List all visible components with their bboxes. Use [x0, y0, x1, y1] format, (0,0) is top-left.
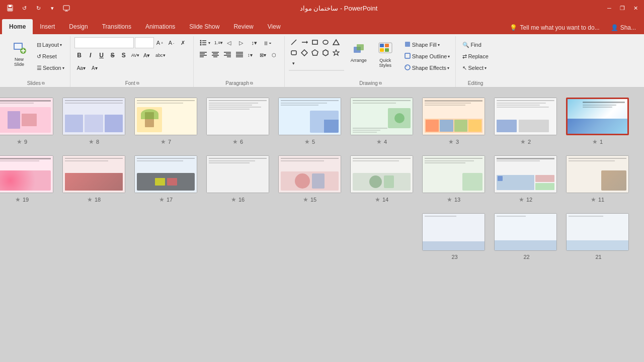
present-button[interactable] — [60, 3, 72, 14]
align-text-button[interactable]: ⊠▾ — [258, 49, 269, 60]
font-size-dropdown[interactable]: A▾ — [89, 62, 100, 73]
shape-pentagon-btn[interactable] — [310, 48, 320, 58]
slide-thumb-21[interactable] — [566, 213, 629, 251]
slide-item-3[interactable]: ★ 3 — [422, 98, 485, 145]
font-group-label[interactable]: Font ⧉ — [74, 79, 190, 87]
shape-rounded-rect-btn[interactable] — [289, 48, 299, 58]
slide-item-1[interactable]: ★ 1 — [566, 98, 629, 145]
slide-thumb-23[interactable] — [422, 213, 485, 251]
section-button[interactable]: ☰ Section ▾ — [34, 62, 67, 73]
slide-item-11[interactable]: ★ 11 — [566, 155, 629, 203]
slide-thumb-16[interactable] — [206, 155, 269, 193]
slide-thumb-17[interactable] — [134, 155, 197, 193]
tell-me-search[interactable]: 💡 Tell me what you want to do... — [505, 21, 605, 34]
shapes-more-btn[interactable]: ▾ — [289, 58, 299, 68]
columns-button[interactable]: ⫼▾ — [262, 37, 273, 48]
increase-indent-button[interactable]: ▷ — [237, 37, 249, 48]
minimize-button[interactable]: ─ — [605, 4, 614, 13]
slide-thumb-15[interactable] — [278, 155, 341, 193]
slide-item-8[interactable]: ★ 8 — [62, 98, 125, 145]
slide-thumb-2[interactable] — [494, 98, 557, 135]
slide-item-22[interactable]: 22 — [494, 213, 557, 260]
underline-button[interactable]: U — [97, 50, 107, 60]
align-center-button[interactable] — [210, 49, 221, 60]
share-button[interactable]: 👤 Sha... — [605, 21, 642, 34]
slide-thumb-22[interactable] — [494, 213, 557, 251]
align-right-button[interactable] — [222, 49, 233, 60]
shape-hexagon-btn[interactable] — [320, 48, 331, 58]
slide-item-12[interactable]: ★ 12 — [494, 155, 557, 203]
tab-review[interactable]: Review — [226, 19, 260, 34]
shape-star-btn[interactable] — [331, 48, 341, 58]
slide-thumb-8[interactable] — [62, 98, 125, 135]
slide-thumb-7[interactable] — [134, 98, 197, 135]
reset-button[interactable]: ↺ Reset — [34, 51, 67, 62]
text-shadow-button[interactable]: S — [119, 50, 129, 60]
slide-thumb-9[interactable] — [0, 98, 53, 135]
text-direction-button[interactable]: ↕▾ — [246, 49, 257, 60]
tab-home[interactable]: Home — [2, 19, 33, 34]
paragraph-group-label[interactable]: Paragraph ⧉ — [198, 79, 281, 87]
slide-thumb-12[interactable] — [494, 155, 557, 193]
slide-item-21[interactable]: 21 — [566, 213, 629, 260]
shape-arrow-btn[interactable] — [299, 37, 309, 47]
decrease-indent-button[interactable]: ◁ — [225, 37, 236, 48]
slide-item-7[interactable]: ★ 7 — [134, 98, 197, 145]
customize-quick-access-button[interactable]: ▾ — [46, 3, 58, 14]
slide-thumb-18[interactable] — [62, 155, 125, 193]
slide-item-19[interactable]: ★ 19 — [0, 155, 53, 203]
tab-insert[interactable]: Insert — [33, 19, 62, 34]
replace-button[interactable]: ⇄ Replace — [460, 51, 491, 62]
shape-rect-btn[interactable] — [310, 37, 320, 47]
slide-item-5[interactable]: ★ 5 — [278, 98, 341, 145]
slide-item-14[interactable]: ★ 14 — [350, 155, 413, 203]
shape-fill-button[interactable]: Shape Fill ▾ — [401, 39, 453, 50]
slide-thumb-1[interactable] — [566, 98, 629, 135]
editing-group-label[interactable]: Editing — [460, 79, 491, 87]
slide-item-16[interactable]: ★ 16 — [206, 155, 269, 203]
tab-animations[interactable]: Animations — [138, 19, 182, 34]
smartart-button[interactable]: ⬡ — [270, 49, 281, 60]
slide-thumb-6[interactable] — [206, 98, 269, 135]
bold-button[interactable]: B — [74, 50, 85, 60]
tab-design[interactable]: Design — [62, 19, 95, 34]
change-case-button[interactable]: Aa▾ — [74, 62, 88, 73]
font-family-input[interactable] — [74, 37, 134, 48]
slide-thumb-4[interactable] — [350, 98, 413, 135]
slide-thumb-3[interactable] — [422, 98, 485, 135]
save-button[interactable] — [4, 3, 16, 14]
slides-group-label[interactable]: Slides ⧉ — [5, 79, 67, 87]
font-color-button[interactable]: A▾ — [142, 50, 153, 61]
quick-styles-button[interactable]: QuickStyles — [372, 37, 398, 71]
slide-item-9[interactable]: ★ 9 — [0, 98, 53, 145]
slide-item-17[interactable]: ★ 17 — [134, 155, 197, 203]
undo-button[interactable]: ↺ — [18, 3, 30, 14]
line-spacing-button[interactable]: ↕▾ — [250, 37, 261, 48]
text-highlight-button[interactable]: abc▾ — [154, 50, 167, 61]
italic-button[interactable]: I — [86, 50, 96, 60]
shape-oval-btn[interactable] — [320, 37, 331, 47]
redo-button[interactable]: ↻ — [32, 3, 44, 14]
slide-item-2[interactable]: ★ 2 — [494, 98, 557, 145]
drawing-group-label[interactable]: Drawing ⧉ — [289, 79, 453, 87]
slide-item-4[interactable]: ★ 4 — [350, 98, 413, 145]
shape-outline-button[interactable]: Shape Outline ▾ — [401, 51, 453, 62]
slide-thumb-5[interactable] — [278, 98, 341, 135]
slide-thumb-13[interactable] — [422, 155, 485, 193]
shape-diamond-btn[interactable] — [299, 48, 309, 58]
slide-item-13[interactable]: ★ 13 — [422, 155, 485, 203]
layout-button[interactable]: ⊟ Layout ▾ — [34, 39, 67, 50]
slide-thumb-14[interactable] — [350, 155, 413, 193]
numbering-button[interactable]: 1.≡▾ — [213, 37, 225, 48]
slide-item-18[interactable]: ★ 18 — [62, 155, 125, 203]
bullets-button[interactable]: ▾ — [198, 37, 212, 48]
shape-effects-button[interactable]: Shape Effects ▾ — [401, 62, 453, 73]
find-button[interactable]: 🔍 Find — [460, 39, 491, 50]
close-button[interactable]: ✕ — [631, 4, 640, 13]
shape-triangle-btn[interactable] — [331, 37, 341, 47]
slide-thumb-11[interactable] — [566, 155, 629, 193]
shrink-font-button[interactable]: A- — [167, 37, 178, 48]
slide-item-15[interactable]: ★ 15 — [278, 155, 341, 203]
clear-format-button[interactable]: ✗ — [179, 37, 190, 48]
font-size-input[interactable] — [135, 37, 154, 48]
